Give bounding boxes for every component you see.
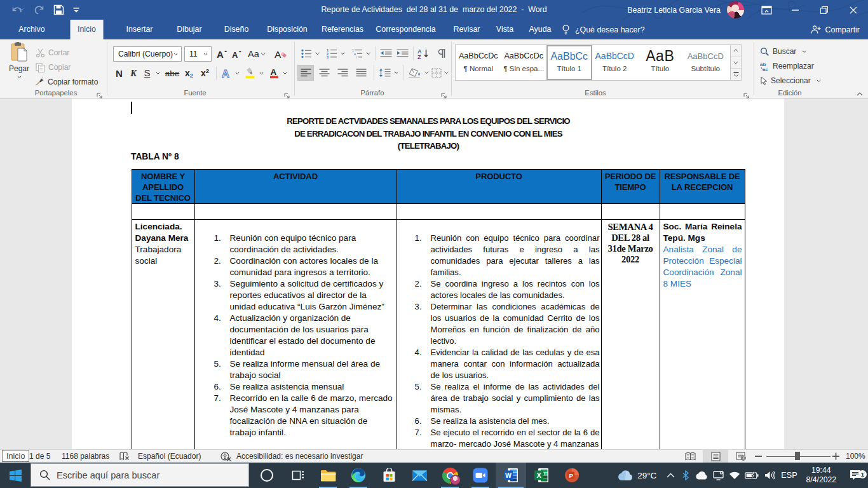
restore-button[interactable] xyxy=(810,0,839,20)
change-case-button[interactable]: Aa xyxy=(247,46,267,62)
increase-indent-button[interactable] xyxy=(395,46,410,60)
tab-dibujar[interactable]: Dibujar xyxy=(169,20,209,39)
style-titulo[interactable]: AaB Título xyxy=(637,45,683,80)
accessibility-status[interactable]: Accesibilidad: es necesario investigar xyxy=(236,450,363,463)
style-sin-espaciado[interactable]: AaBbCcDc ¶ Sin espa... xyxy=(501,45,547,80)
multilevel-list-button[interactable]: 1ai xyxy=(350,46,364,60)
read-mode-button[interactable] xyxy=(677,450,703,463)
font-name-combo[interactable]: Calibri (Cuerpo) xyxy=(113,46,182,62)
style-normal[interactable]: AaBbCcDc ¶ Normal xyxy=(456,45,501,80)
styles-scroll-up[interactable] xyxy=(731,45,741,57)
style-titulo2[interactable]: AaBbCcD Título 2 xyxy=(592,45,638,80)
taskbar-task-view-button[interactable] xyxy=(282,463,313,488)
print-layout-button[interactable] xyxy=(703,450,728,463)
show-formatting-marks-button[interactable] xyxy=(435,46,449,60)
text-effects-dropdown[interactable] xyxy=(233,65,241,81)
decrease-indent-button[interactable] xyxy=(378,46,393,60)
borders-dropdown[interactable] xyxy=(442,65,450,81)
tab-ayuda[interactable]: Ayuda xyxy=(522,20,559,39)
format-painter-button[interactable]: Copiar formato xyxy=(34,75,98,89)
collapse-ribbon-button[interactable] xyxy=(854,90,865,98)
replace-button[interactable]: abac Reemplazar xyxy=(760,59,814,73)
cut-button[interactable]: Cortar xyxy=(36,46,69,60)
numbering-dropdown[interactable] xyxy=(339,46,347,60)
line-spacing-button[interactable] xyxy=(377,65,392,81)
borders-button[interactable] xyxy=(430,65,444,81)
style-subtitulo[interactable]: AaBbCcD Subtítulo xyxy=(683,45,729,80)
font-color-dropdown[interactable] xyxy=(281,65,289,81)
styles-scroll-down[interactable] xyxy=(731,57,741,69)
start-button[interactable] xyxy=(0,463,31,488)
close-button[interactable] xyxy=(839,0,868,20)
ribbon-display-options-button[interactable] xyxy=(752,0,780,20)
minimize-button[interactable] xyxy=(780,0,810,20)
tab-insertar[interactable]: Insertar xyxy=(118,20,160,39)
select-button[interactable]: Seleccionar xyxy=(760,74,821,88)
styles-more-button[interactable] xyxy=(731,69,741,80)
page-number-status[interactable]: 1 de 5 xyxy=(29,450,50,463)
styles-dialog-launcher[interactable] xyxy=(743,90,751,98)
subscript-button[interactable]: x2 xyxy=(182,65,196,81)
strikethrough-button[interactable]: abe xyxy=(164,65,180,81)
tab-inicio[interactable]: Inicio xyxy=(70,20,104,39)
battery-icon[interactable] xyxy=(743,471,761,479)
notification-center-button[interactable]: 1 xyxy=(843,470,868,481)
account-user-name[interactable]: Beatriz Leticia Garcia Vera xyxy=(627,6,721,15)
volume-icon[interactable] xyxy=(761,471,778,480)
align-right-button[interactable] xyxy=(334,65,351,81)
weather-icon[interactable] xyxy=(616,470,635,481)
taskbar-mail-button[interactable] xyxy=(404,463,435,488)
text-effects-button[interactable]: A xyxy=(219,65,233,81)
taskbar-file-explorer-button[interactable] xyxy=(313,463,343,488)
taskbar-zoom-button[interactable] xyxy=(465,463,496,488)
justify-button[interactable] xyxy=(353,65,369,81)
bold-button[interactable]: N xyxy=(112,65,126,81)
underline-button[interactable]: S xyxy=(141,65,153,81)
clear-formatting-button[interactable]: A xyxy=(273,46,288,62)
paragraph-dialog-launcher[interactable] xyxy=(441,90,449,98)
shading-button[interactable] xyxy=(406,65,423,81)
zoom-level[interactable]: 100% xyxy=(846,450,865,463)
zoom-in-button[interactable] xyxy=(832,450,839,463)
taskbar-search[interactable]: Escribe aquí para buscar xyxy=(31,463,249,487)
font-dialog-launcher[interactable] xyxy=(284,90,292,98)
clock[interactable]: 19:44 8/4/2022 xyxy=(806,466,836,485)
tab-diseno[interactable]: Diseño xyxy=(217,20,257,39)
zoom-out-button[interactable] xyxy=(755,450,762,463)
grow-font-button[interactable]: A xyxy=(215,46,229,62)
bullets-dropdown[interactable] xyxy=(313,46,322,60)
taskbar-cortana-button[interactable] xyxy=(252,463,282,488)
word-count-status[interactable]: 1168 palabras xyxy=(62,450,109,463)
temperature[interactable]: 29°C xyxy=(637,471,656,480)
multilevel-dropdown[interactable] xyxy=(364,46,372,60)
paste-button[interactable]: Pegar xyxy=(5,42,33,93)
tab-revisar[interactable]: Revisar xyxy=(446,20,488,39)
document-page[interactable]: REPORTE DE ACTVIDADES SEMANALES PARA LOS… xyxy=(72,98,784,449)
zoom-slider-thumb[interactable] xyxy=(795,452,800,460)
taskbar-word-button[interactable]: W xyxy=(496,463,526,488)
onedrive-icon[interactable] xyxy=(693,471,710,480)
share-button[interactable]: Compartir xyxy=(811,20,860,39)
tray-expand-icon[interactable] xyxy=(663,473,678,478)
numbering-button[interactable]: 123 xyxy=(325,46,339,60)
clipboard-dialog-launcher[interactable] xyxy=(97,90,104,98)
user-avatar[interactable] xyxy=(727,1,744,18)
taskbar-edge-button[interactable] xyxy=(343,463,374,488)
tab-archivo[interactable]: Archivo xyxy=(11,20,52,39)
tab-vista[interactable]: Vista xyxy=(489,20,521,39)
font-color-button[interactable]: A xyxy=(267,65,281,81)
highlight-button[interactable] xyxy=(243,65,257,81)
sort-button[interactable]: AZ xyxy=(416,46,432,60)
taskbar-chrome-button[interactable] xyxy=(435,463,465,488)
style-titulo1[interactable]: AaBbCc Título 1 xyxy=(546,45,592,80)
taskbar-excel-button[interactable]: X xyxy=(526,463,557,488)
document-canvas[interactable]: REPORTE DE ACTVIDADES SEMANALES PARA LOS… xyxy=(0,98,868,449)
copy-button[interactable]: Copiar xyxy=(36,60,71,74)
wifi-icon[interactable] xyxy=(726,471,743,480)
align-left-button[interactable] xyxy=(297,65,314,81)
language-status[interactable]: Español (Ecuador) xyxy=(138,450,201,463)
web-layout-button[interactable] xyxy=(728,450,754,463)
tell-me-box[interactable]: ¿Qué desea hacer? xyxy=(562,20,645,39)
align-center-button[interactable] xyxy=(316,65,332,81)
tab-referencias[interactable]: Referencias xyxy=(314,20,371,39)
